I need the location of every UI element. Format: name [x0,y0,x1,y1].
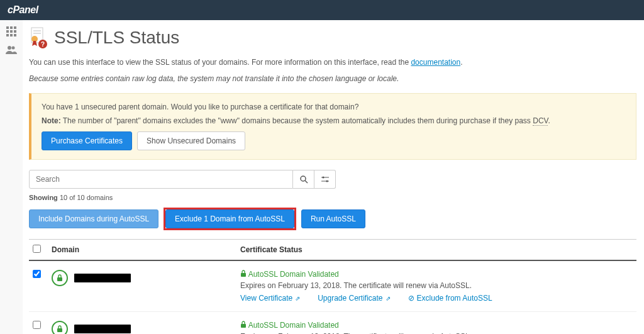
domain-redacted [74,325,131,333]
col-checkbox [29,240,48,261]
documentation-link[interactable]: documentation [411,58,460,67]
lock-icon [240,270,247,277]
lock-circle-icon [52,270,68,286]
svg-rect-12 [33,30,41,31]
showing-count: Showing 10 of 10 domains [29,194,636,201]
search-settings-button[interactable] [314,170,336,189]
col-domain-header[interactable]: Domain [48,240,236,261]
cpanel-logo: cPanel [8,4,38,16]
svg-rect-1 [10,26,13,29]
select-all-checkbox[interactable] [33,245,41,253]
svg-rect-23 [57,277,62,281]
ban-icon: ⊘ [408,294,414,303]
users-icon[interactable] [6,45,17,54]
exclude-highlight: Exclude 1 Domain from AutoSSL [164,208,296,230]
status-validated: AutoSSL Domain Validated [240,270,633,279]
svg-rect-8 [14,34,16,36]
svg-rect-2 [14,26,16,29]
domains-table: Domain Certificate Status [29,239,636,334]
view-certificate-link[interactable]: View Certificate ⇗ [240,294,300,303]
svg-point-17 [301,176,306,181]
left-nav [0,20,23,334]
search-icon [299,175,308,184]
search-row [29,170,636,189]
svg-point-10 [12,47,15,50]
lock-icon [56,274,64,282]
alert-line1: You have 1 unsecured parent domain. Woul… [42,103,626,111]
lock-circle-icon [52,321,68,334]
bulk-action-row: Include Domains during AutoSSL Exclude 1… [29,208,636,230]
exclude-from-autossl-link[interactable]: ⊘ Exclude from AutoSSL [408,294,492,303]
page-title: SSL/TLS Status [54,28,179,48]
svg-rect-26 [241,324,246,328]
svg-line-18 [305,181,308,183]
intro-text: You can use this interface to view the S… [29,58,636,67]
include-domains-button[interactable]: Include Domains during AutoSSL [29,209,158,228]
svg-rect-7 [10,34,13,36]
alert-note: Note: The number of "parent" domains exc… [42,116,626,125]
lock-icon [240,321,247,328]
status-validated: AutoSSL Domain Validated [240,321,633,330]
table-row: AutoSSL Domain Validated Expires on Febr… [29,312,636,335]
show-unsecured-button[interactable]: Show Unsecured Domains [137,131,245,150]
svg-point-9 [8,46,11,50]
search-button[interactable] [293,170,314,189]
apps-icon[interactable] [6,26,16,36]
domain-redacted [74,274,131,282]
svg-rect-6 [6,34,9,36]
svg-text:?: ? [41,41,45,48]
table-row: AutoSSL Domain Validated Expires on Febr… [29,260,636,312]
svg-rect-4 [10,30,13,33]
run-autossl-button[interactable]: Run AutoSSL [301,209,365,228]
svg-rect-24 [241,273,246,277]
ssl-cert-icon: ? [29,26,48,49]
locale-note: Because some entries contain raw log dat… [29,74,636,83]
sliders-icon [321,175,330,184]
svg-rect-3 [6,30,9,33]
search-input[interactable] [29,170,293,189]
unsecured-alert: You have 1 unsecured parent domain. Woul… [29,93,636,160]
topbar: cPanel [0,0,644,20]
exclude-domain-button[interactable]: Exclude 1 Domain from AutoSSL [165,209,294,228]
svg-rect-5 [14,30,16,33]
lock-icon [56,325,64,333]
external-link-icon: ⇗ [386,295,391,302]
row-checkbox[interactable] [33,321,41,329]
row-checkbox[interactable] [33,270,41,278]
dcv-term[interactable]: DCV [533,116,548,126]
status-expires: Expires on February 13, 2018. The certif… [240,281,633,290]
main-content: ? SSL/TLS Status You can use this interf… [23,20,644,334]
upgrade-certificate-link[interactable]: Upgrade Certificate ⇗ [318,294,390,303]
svg-rect-25 [57,328,62,332]
svg-rect-13 [33,33,41,34]
svg-rect-0 [6,26,9,29]
col-status-header[interactable]: Certificate Status [236,240,636,261]
external-link-icon: ⇗ [295,295,300,302]
purchase-certificates-button[interactable]: Purchase Certificates [42,131,132,150]
